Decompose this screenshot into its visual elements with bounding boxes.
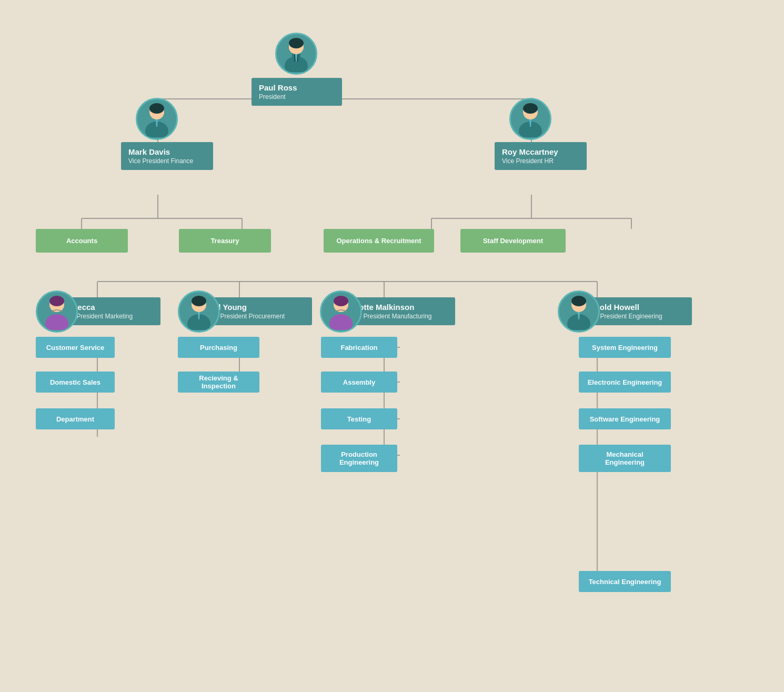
dept-custservice: Customer Service (36, 337, 115, 358)
svg-point-62 (571, 296, 586, 306)
svg-point-48 (523, 103, 538, 114)
dept-syseng: System Engineering (579, 337, 671, 358)
dept-eleceng: Electronic Engineering (579, 372, 671, 393)
svg-point-44 (149, 103, 164, 114)
dept-testing: Testing (321, 408, 397, 429)
avatar-neil (178, 290, 220, 333)
dept-department: Department (36, 408, 115, 429)
card-paul: Paul Ross President (252, 78, 342, 106)
dept-mecheng: Mechanical Engineering (579, 445, 671, 472)
avatar-paul (275, 33, 317, 75)
dept-softeng: Software Engineering (579, 408, 671, 429)
dept-treasury: Treasury (179, 229, 271, 253)
dept-accounts: Accounts (36, 229, 128, 253)
svg-point-59 (334, 296, 348, 306)
svg-point-40 (289, 38, 304, 48)
dept-techeng: Technical Engineering (579, 571, 671, 592)
dept-fabrication: Fabrication (321, 337, 397, 358)
org-chart: Paul Ross President Mark Davis Vice Pres… (0, 0, 784, 692)
card-mark: Mark Davis Vice President Finance (121, 142, 213, 170)
dept-prodeng: Production Engineering (321, 445, 397, 472)
avatar-roy (509, 98, 551, 140)
dept-assembly: Assembly (321, 372, 397, 393)
dept-receiving: Recieving & Inspection (178, 372, 259, 393)
dept-purchasing: Purchasing (178, 337, 259, 358)
dept-domesticsales: Domestic Sales (36, 372, 115, 393)
svg-point-58 (329, 314, 353, 330)
card-roy: Roy Mccartney Vice President HR (495, 142, 587, 170)
avatar-arnold (558, 290, 600, 333)
avatar-mark (136, 98, 178, 140)
svg-point-51 (45, 314, 68, 330)
svg-point-52 (49, 296, 64, 306)
avatar-rebecca (36, 290, 78, 333)
avatar-scotte (320, 290, 362, 333)
dept-staffdev: Staff Development (460, 229, 566, 253)
svg-point-55 (192, 296, 206, 306)
dept-ops: Operations & Recruitment (324, 229, 434, 253)
